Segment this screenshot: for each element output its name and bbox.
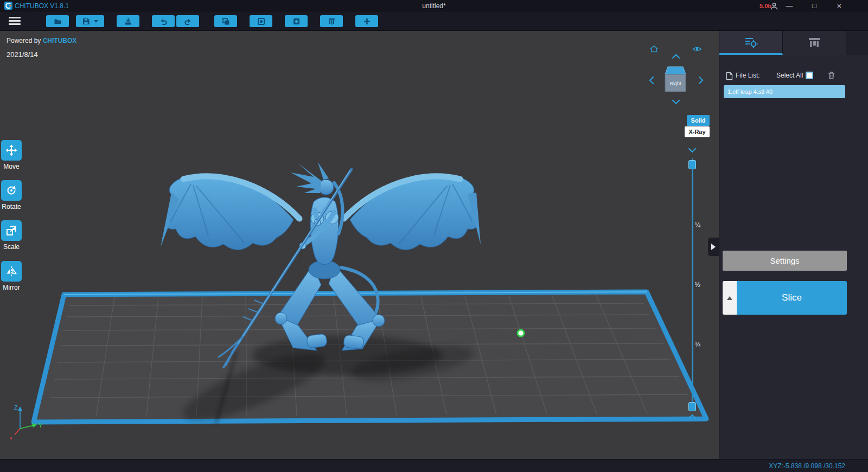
scale-tool-button[interactable]: [1, 220, 22, 241]
tab-printer[interactable]: [783, 31, 846, 55]
minimize-button[interactable]: —: [780, 0, 799, 12]
close-button[interactable]: ×: [830, 0, 848, 12]
hollow-icon: [257, 17, 265, 25]
toolbar-open-button[interactable]: [46, 15, 69, 27]
file-list-label: File List:: [736, 72, 760, 79]
watermark: Powered by CHITUBOX: [7, 37, 76, 44]
axis-z-label: Z: [14, 404, 18, 411]
settings-button[interactable]: Settings: [723, 251, 847, 271]
import-model-icon: [124, 17, 132, 25]
save-dropdown-caret-icon[interactable]: [94, 20, 98, 23]
divider: [92, 17, 92, 25]
toolbar-undo-button[interactable]: [152, 15, 175, 27]
status-bar: XYZ:-5.838 /9.098 /30.152: [0, 459, 868, 472]
layer-slider-handle-bottom[interactable]: [688, 402, 696, 411]
slider-tick-quarter: ¼: [695, 221, 706, 229]
document-title: untitled*: [0, 2, 868, 10]
axis-x-label: x: [10, 435, 12, 441]
move-tool-label: Move: [0, 163, 23, 170]
select-all-label: Select All: [776, 72, 803, 79]
triangle-right-icon: [711, 244, 716, 250]
slider-expand-icon[interactable]: [688, 414, 697, 419]
scale-icon: [5, 225, 17, 237]
visibility-eye-icon[interactable]: [692, 46, 702, 53]
open-file-icon: [54, 17, 62, 25]
clone-icon: [222, 17, 230, 25]
version-badge: 5.0b: [760, 3, 771, 9]
axis-y-label: Y: [39, 422, 43, 429]
toolbar-clone-button[interactable]: [214, 15, 237, 27]
viewport-3d[interactable]: Z Y x Powered by CHITUBOX 2021/8/14 Move…: [0, 31, 719, 459]
tab-slice-settings[interactable]: [719, 31, 783, 55]
toolbar-auto-layout-button[interactable]: [320, 15, 343, 27]
toolbar-dig-hole-button[interactable]: [285, 15, 308, 27]
rotate-view-right-icon[interactable]: [698, 76, 704, 85]
delete-files-trash-icon[interactable]: [827, 71, 835, 80]
file-icon: [726, 72, 733, 80]
rotate-view-up-icon[interactable]: [672, 54, 680, 59]
wing-right: [350, 174, 477, 250]
panel-tabs: [719, 31, 868, 55]
slider-tick-three-quarter: ¾: [695, 341, 706, 348]
user-account-icon[interactable]: [770, 2, 778, 10]
date-label: 2021/8/14: [7, 50, 38, 59]
watermark-brand: CHITUBOX: [43, 37, 77, 44]
maximize-button[interactable]: □: [805, 0, 824, 12]
wing-left: [166, 174, 293, 250]
rotate-tool-label: Rotate: [0, 203, 23, 211]
repair-icon: [363, 17, 371, 25]
slider-collapse-icon[interactable]: [688, 148, 697, 153]
mirror-tool-button[interactable]: [1, 261, 22, 282]
titlebar: CHITUBOX V1.8.1 untitled* 5.0b — □ ×: [0, 0, 868, 12]
triangle-up-icon: [727, 296, 732, 300]
slider-tick-half: ½: [695, 281, 706, 289]
right-panel: File List: Select All 1.elf leap 4.stl #…: [719, 31, 868, 459]
plate-marker: [518, 330, 524, 336]
redo-icon: [184, 17, 192, 25]
render-mode-xray-button[interactable]: X-Ray: [685, 126, 710, 137]
toolbar-save-button[interactable]: [76, 15, 104, 27]
render-mode-solid-button[interactable]: Solid: [687, 115, 710, 126]
rotate-tool-button[interactable]: [1, 180, 22, 201]
auto-layout-icon: [328, 17, 336, 25]
toolbar-hollow-button[interactable]: [250, 15, 272, 27]
toolbar-redo-button[interactable]: [176, 15, 199, 27]
scene-canvas: Z Y x: [0, 31, 719, 459]
model-hair: [291, 163, 321, 193]
undo-icon: [159, 17, 168, 25]
cursor-coordinates: XYZ:-5.838 /9.098 /30.152: [769, 462, 845, 470]
nav-cube-face-label: Right: [669, 81, 681, 86]
mirror-tool-label: Mirror: [0, 284, 23, 291]
rotate-view-left-icon[interactable]: [649, 76, 654, 85]
slice-settings-icon: [744, 36, 758, 49]
view-navigation-cube[interactable]: Right: [663, 63, 688, 94]
panel-collapse-handle[interactable]: [708, 238, 719, 256]
toolbar-import-button[interactable]: [117, 15, 139, 27]
main-toolbar: [0, 12, 868, 31]
layer-slider-handle-top[interactable]: [688, 160, 696, 169]
layer-slider-track[interactable]: [692, 158, 693, 411]
home-view-icon[interactable]: [649, 44, 659, 53]
slice-button[interactable]: Slice: [737, 281, 847, 315]
model-torso: [310, 197, 339, 265]
file-list-item[interactable]: 1.elf leap 4.stl #0: [724, 85, 845, 98]
chitubox-window: CHITUBOX V1.8.1 untitled* 5.0b — □ ×: [0, 0, 868, 472]
rotate-icon: [5, 184, 17, 196]
move-icon: [5, 144, 17, 156]
menu-button[interactable]: [9, 17, 21, 25]
select-all-checkbox[interactable]: [806, 72, 813, 79]
dig-hole-icon: [292, 17, 301, 25]
mirror-icon: [5, 265, 17, 277]
rotate-view-down-icon[interactable]: [672, 99, 680, 105]
printer-icon: [808, 37, 821, 49]
slice-expander-button[interactable]: [723, 281, 737, 315]
move-tool-button[interactable]: [1, 140, 22, 161]
scale-tool-label: Scale: [0, 243, 23, 251]
toolbar-repair-button[interactable]: [355, 15, 378, 27]
file-list-header: File List: Select All: [719, 71, 868, 81]
save-file-icon: [82, 17, 90, 25]
